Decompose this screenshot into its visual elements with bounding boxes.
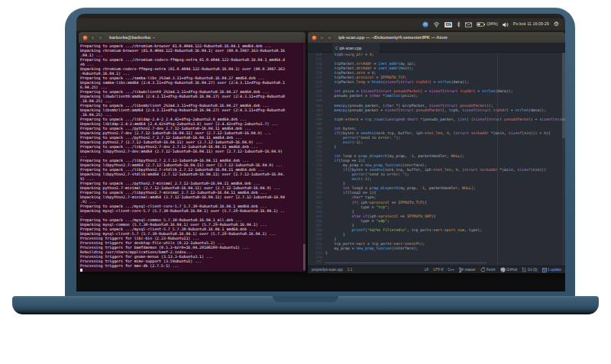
wifi-icon: [433, 21, 440, 27]
laptop-mockup: EN(34%)Po kvě 11 16:09:29⚙ barborka@barb…: [0, 0, 611, 364]
terminal-scrollbar[interactable]: [303, 43, 306, 272]
bluetooth-icon: [457, 21, 461, 27]
sync-icon: [480, 267, 486, 272]
status-item-c-[interactable]: C++: [448, 268, 454, 272]
atom-window-controls: [312, 35, 332, 40]
terminal-line: Unpacking libpython2.7-stdlib:amd64 (2.7…: [80, 172, 306, 176]
maximize-button[interactable]: [98, 35, 103, 40]
gear-icon[interactable]: ⚙: [554, 21, 559, 27]
atom-window-title: ipk-scan.cpp — ~/Dokumenty/4.semester/IP…: [338, 35, 448, 40]
battery-icon[interactable]: (34%): [477, 22, 498, 27]
package-icon: [542, 268, 547, 272]
bluetooth-icon[interactable]: [457, 21, 461, 27]
battery-icon: [477, 22, 485, 27]
gear-icon: ⚙: [554, 21, 559, 27]
terminal-line: Unpacking libwbclient0:amd64 (2:4.3.11+d…: [80, 94, 306, 98]
atom-window: ipk-scan.cpp — ~/Dokumenty/4.semester/IP…: [308, 32, 565, 273]
line-number: 375: [308, 260, 325, 265]
panel-clock[interactable]: Po kvě 11 16:09:29: [513, 22, 549, 27]
editor-scrollbar-thumb[interactable]: [562, 53, 565, 138]
editor-horizontal-scrollbar[interactable]: [325, 263, 487, 263]
atom-titlebar[interactable]: ipk-scan.cpp — ~/Dokumenty/4.semester/IP…: [308, 32, 565, 43]
terminal-line: Unpacking libpython2.7-minimal:amd64 (2.…: [80, 195, 306, 199]
atom-tab-bar: C ipk-scan.cpp: [308, 43, 565, 53]
laptop-base: [12, 296, 599, 314]
status-item-git-0-[interactable]: Git (0): [522, 267, 537, 272]
terminal-line: Unpacking libsmbclient:amd64 (2:4.3.11+d…: [80, 108, 306, 112]
editor-vertical-scrollbar[interactable]: [562, 53, 565, 266]
status-file-path[interactable]: projekt/ipk-scan.cpp: [312, 268, 343, 272]
maximize-button[interactable]: [327, 35, 332, 40]
volume-icon[interactable]: [503, 22, 509, 27]
wrap-guide: [497, 53, 498, 266]
terminal-line: Unpacking chromium-browser (81.0.4044.12…: [80, 48, 306, 53]
tab-label: ipk-scan.cpp: [339, 46, 361, 50]
status-right-items: LFUTF-8C++masterFetchGitHubGit (0)1 upda…: [425, 267, 561, 273]
app-indicator-icon[interactable]: [422, 21, 428, 27]
volume-icon: [503, 22, 509, 27]
terminal-title: barborka@barborka: ~: [109, 35, 155, 40]
terminal-window-controls: [82, 35, 103, 40]
atom-status-bar: projekt/ipk-scan.cpp 1:1 LFUTF-8C++maste…: [308, 266, 565, 273]
laptop-base-notch: [273, 296, 338, 302]
terminal-window: barborka@barborka: ~ Preparing to unpack…: [79, 32, 306, 272]
status-item-utf-8[interactable]: UTF-8: [433, 268, 443, 272]
terminal-line: Unpacking samba-libs:amd64 (2:4.3.11+dfs…: [80, 80, 306, 85]
laptop-screen: EN(34%)Po kvě 11 16:09:29⚙ barborka@barb…: [76, 14, 565, 292]
minimize-button[interactable]: [90, 35, 95, 40]
code-editor[interactable]: 330 tcph->urg_ptr = 0;331332 tcpPacket.s…: [308, 53, 565, 266]
terminal-line: Preparing to unpack .../chromium-codecs-…: [80, 57, 306, 62]
status-item-fetch[interactable]: Fetch: [480, 267, 496, 272]
terminal-titlebar[interactable]: barborka@barborka: ~: [79, 32, 306, 43]
github-icon: [500, 267, 506, 272]
status-cursor-position[interactable]: 1:1: [348, 268, 352, 272]
minimize-button[interactable]: [319, 35, 325, 40]
wifi-icon[interactable]: [433, 21, 440, 27]
terminal-cursor: [80, 269, 82, 272]
terminal-body[interactable]: Preparing to unpack .../chromium-browser…: [79, 43, 306, 272]
status-item-1-update[interactable]: 1 update: [542, 268, 561, 272]
git-diff-icon: [522, 267, 526, 272]
app-indicator-icon: [422, 21, 428, 27]
terminal-line: Unpacking mysql-client-core-5.7 (5.7.30-…: [80, 208, 306, 213]
editor-lines: 330 tcph->urg_ptr = 0;331332 tcpPacket.s…: [308, 53, 565, 265]
cpp-file-icon: C: [335, 46, 338, 50]
tab-ipk-scan[interactable]: C ipk-scan.cpp: [332, 43, 380, 53]
status-item-github[interactable]: GitHub: [500, 267, 518, 272]
mail-icon[interactable]: [465, 22, 472, 27]
mail-icon: [465, 22, 472, 27]
git-branch-icon: [459, 267, 464, 273]
terminal-scrollbar-thumb[interactable]: [303, 244, 306, 270]
keyboard-layout-indicator[interactable]: EN: [445, 22, 452, 27]
ubuntu-top-panel: EN(34%)Po kvě 11 16:09:29⚙: [76, 18, 565, 31]
close-button[interactable]: [82, 35, 88, 40]
terminal-line: Unpacking libpython2.7-dev:amd64 (2.7.12…: [80, 149, 306, 153]
status-item-master[interactable]: master: [459, 267, 476, 273]
status-item-lf[interactable]: LF: [425, 268, 428, 272]
close-button[interactable]: [312, 35, 317, 40]
